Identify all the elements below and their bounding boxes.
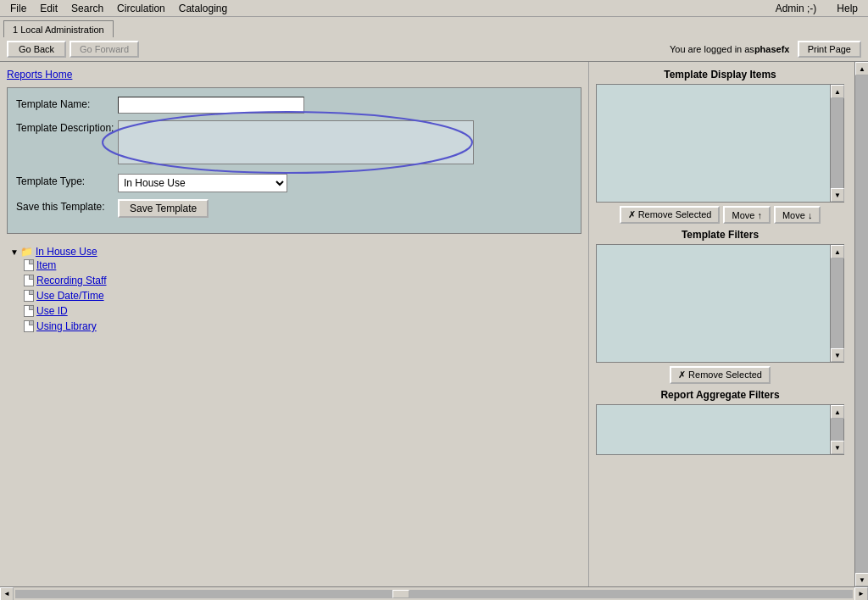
left-panel: Reports Home Template Name: Template Des…: [0, 62, 588, 586]
vscroll-down-btn[interactable]: ▼: [855, 573, 868, 586]
filters-scroll-up[interactable]: ▲: [831, 245, 844, 258]
template-type-select[interactable]: In House Use Circulation Cataloging: [118, 174, 287, 192]
template-name-label: Template Name:: [16, 97, 118, 110]
list-item: Item: [24, 258, 578, 273]
template-desc-row: Template Description:: [16, 120, 572, 167]
display-items-container: ▲ ▼: [596, 84, 844, 203]
display-move-up-btn[interactable]: Move ↑: [723, 206, 770, 224]
tree-toggle-icon[interactable]: ▼: [10, 247, 19, 257]
display-items-buttons: ✗ Remove Selected Move ↑ Move ↓: [596, 206, 844, 224]
filters-vscroll: ▲ ▼: [830, 245, 843, 362]
page-icon-item: [24, 259, 34, 271]
breadcrumb: Reports Home: [7, 69, 581, 81]
page-icon-using-library: [24, 320, 34, 332]
page-icon-use-id: [24, 305, 34, 317]
menu-edit[interactable]: Edit: [33, 3, 64, 14]
vscroll-up-btn[interactable]: ▲: [855, 62, 868, 75]
menu-admin: Admin ;-): [769, 3, 824, 14]
aggregate-title: Report Aggregate Filters: [596, 389, 844, 401]
aggregate-container: ▲ ▼: [596, 404, 844, 455]
display-items-section: Template Display Items ▲ ▼ ✗ Remove Sele…: [596, 69, 861, 224]
display-items-listbox[interactable]: [597, 85, 830, 202]
filters-section: Template Filters ▲ ▼ ✗ Remove Selected: [596, 229, 861, 384]
tree-item-item[interactable]: Item: [36, 259, 56, 271]
logged-in-text: You are logged in as: [670, 44, 754, 54]
page-icon-recording-staff: [24, 275, 34, 286]
tree-item-using-library[interactable]: Using Library: [36, 320, 97, 332]
print-page-button[interactable]: Print Page: [798, 41, 861, 58]
vscroll-track: [855, 75, 868, 573]
template-type-label: Template Type:: [16, 174, 118, 187]
display-scroll-track: [831, 98, 843, 188]
template-desc-label: Template Description:: [16, 120, 118, 134]
display-move-down-btn[interactable]: Move ↓: [774, 206, 821, 224]
display-items-title: Template Display Items: [596, 69, 844, 81]
page-icon-use-date-time: [24, 290, 34, 302]
username: phasefx: [754, 44, 790, 54]
hscroll-thumb[interactable]: [392, 590, 409, 598]
filters-listbox[interactable]: [597, 245, 830, 362]
filters-buttons: ✗ Remove Selected: [596, 366, 844, 384]
tabbar: 1 Local Administration: [0, 17, 868, 37]
display-remove-btn[interactable]: ✗ Remove Selected: [620, 206, 721, 224]
filters-title: Template Filters: [596, 229, 844, 241]
filters-remove-btn[interactable]: ✗ Remove Selected: [670, 366, 771, 384]
template-desc-input[interactable]: [118, 120, 474, 164]
outer-vscrollbar: ▲ ▼: [854, 62, 868, 586]
template-name-row: Template Name:: [16, 97, 572, 114]
right-panel: ▲ ▼ Template Display Items ▲ ▼ ✗ Remove …: [588, 62, 868, 586]
tree-children: Item Recording Staff Use Date/Time Use I…: [24, 258, 578, 334]
filters-scroll-track: [831, 258, 843, 348]
menu-help[interactable]: Help: [830, 3, 865, 14]
save-template-label: Save this Template:: [16, 199, 118, 213]
tree-item-use-date-time[interactable]: Use Date/Time: [36, 290, 104, 302]
template-tree: ▼ 📁 In House Use Item Recording Staff: [7, 242, 581, 337]
hscroll-left-btn[interactable]: ◄: [0, 587, 14, 601]
template-name-input[interactable]: [118, 97, 304, 114]
list-item: Using Library: [24, 319, 578, 334]
template-type-row: Template Type: In House Use Circulation …: [16, 174, 572, 192]
hscroll-track: [15, 590, 853, 598]
login-status: You are logged in as phasefx Print Page: [670, 41, 861, 58]
list-item: Use Date/Time: [24, 288, 578, 303]
go-forward-button[interactable]: Go Forward: [70, 41, 139, 58]
main-area: Go Back Go Forward You are logged in as …: [0, 37, 868, 600]
display-scroll-down[interactable]: ▼: [831, 188, 844, 202]
filters-container: ▲ ▼: [596, 244, 844, 363]
menu-circulation[interactable]: Circulation: [110, 3, 172, 14]
template-desc-wrapper: [118, 120, 474, 167]
template-form: Template Name: Template Description:: [7, 87, 581, 234]
display-items-vscroll: ▲ ▼: [830, 85, 843, 202]
save-template-button[interactable]: Save Template: [118, 199, 209, 218]
toolbar: Go Back Go Forward You are logged in as …: [0, 37, 868, 62]
aggregate-listbox[interactable]: [597, 405, 830, 454]
menu-file[interactable]: File: [3, 3, 33, 14]
tab-local-admin[interactable]: 1 Local Administration: [3, 20, 114, 37]
menu-cataloging[interactable]: Cataloging: [172, 3, 234, 14]
aggregate-scroll-track: [831, 419, 843, 441]
folder-icon: 📁: [20, 246, 33, 258]
save-template-row: Save this Template: Save Template: [16, 199, 572, 218]
tree-item-recording-staff[interactable]: Recording Staff: [36, 275, 107, 286]
list-item: Recording Staff: [24, 273, 578, 288]
hscrollbar: ◄ ►: [0, 586, 868, 600]
hscroll-right-btn[interactable]: ►: [854, 587, 868, 601]
content-area: Reports Home Template Name: Template Des…: [0, 62, 868, 586]
go-back-button[interactable]: Go Back: [7, 41, 66, 58]
display-scroll-up[interactable]: ▲: [831, 85, 844, 98]
aggregate-section: Report Aggregate Filters ▲ ▼: [596, 389, 861, 455]
tree-root-link[interactable]: In House Use: [36, 246, 97, 258]
aggregate-scroll-down[interactable]: ▼: [831, 441, 844, 454]
aggregate-vscroll: ▲ ▼: [830, 405, 843, 454]
menubar: File Edit Search Circulation Cataloging …: [0, 0, 868, 17]
menu-search[interactable]: Search: [64, 3, 110, 14]
tree-root-row: ▼ 📁 In House Use: [10, 246, 578, 258]
tree-item-use-id[interactable]: Use ID: [36, 305, 68, 317]
aggregate-scroll-up[interactable]: ▲: [831, 405, 844, 419]
list-item: Use ID: [24, 303, 578, 319]
reports-home-link[interactable]: Reports Home: [7, 69, 72, 81]
filters-scroll-down[interactable]: ▼: [831, 348, 844, 362]
